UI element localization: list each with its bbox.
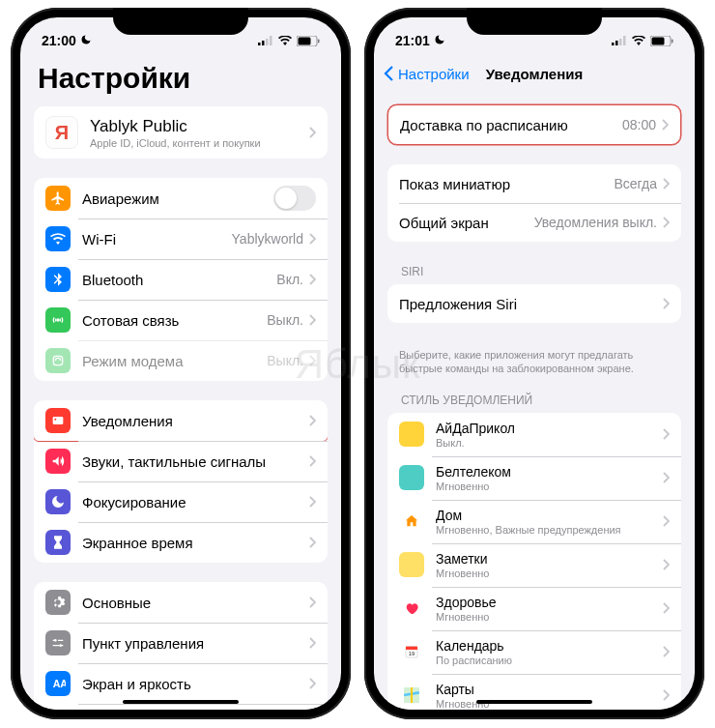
chevron-icon [663,689,670,701]
scheduled-delivery-group: Доставка по расписанию08:00 [387,104,681,145]
setting-row[interactable]: Авиарежим [34,178,328,218]
home-indicator[interactable] [123,700,239,704]
setting-row[interactable]: Уведомления [34,400,328,442]
app-notification-row[interactable]: ЗдоровьеМгновенно [387,587,681,630]
app-icon [399,596,424,621]
svg-point-7 [57,319,59,321]
back-button[interactable]: Настройки [384,65,470,82]
cell-label: Экран и яркость [82,676,309,692]
wifi-icon [278,36,292,45]
nav-bar: Настройки Уведомления [374,54,695,93]
setting-row[interactable]: Экранное время [34,522,328,563]
profile-subtitle: Apple ID, iCloud, контент и покупки [90,137,309,149]
screen-left: 21:00 Настройки Я Yablyk Public Apple ID… [20,17,341,710]
cell-label: Авиарежим [82,190,273,207]
setting-row[interactable]: AAЭкран и яркость [34,663,328,704]
app-label: Карты [436,682,663,697]
moon-icon [434,33,445,48]
chevron-icon [309,455,316,467]
status-time: 21:00 [42,33,76,48]
app-sublabel: Мгновенно, Важные предупреждения [436,524,663,536]
home-indicator[interactable] [476,700,592,704]
setting-row[interactable]: Звуки, тактильные сигналы [34,441,328,481]
notif-icon [45,408,71,433]
app-label: Белтелеком [436,464,663,480]
app-notification-row[interactable]: АйДаПриколВыкл. [387,413,681,456]
chevron-icon [663,515,670,527]
svg-rect-6 [318,39,320,43]
setting-row[interactable]: Показ миниатюрВсегда [387,164,681,203]
svg-rect-18 [612,43,615,45]
siri-suggestions-cell[interactable]: Предложения Siri [387,284,681,323]
app-icon [399,422,424,447]
general-group: ОсновныеПункт управленияAAЭкран и яркост… [34,582,328,710]
app-icon: 19 [399,639,424,664]
cell-label: Общий экран [399,215,534,231]
cell-value: Выкл. [267,312,303,328]
setting-row[interactable]: Общий экранУведомления выкл. [387,203,681,242]
control-icon [45,630,71,655]
status-time: 21:01 [395,33,430,48]
profile-name: Yablyk Public [90,117,309,136]
app-label: Дом [436,508,663,523]
notch [113,8,248,35]
phone-left: 21:00 Настройки Я Yablyk Public Apple ID… [11,8,351,719]
cell-label: Основные [82,595,309,611]
app-label: Здоровье [436,595,663,610]
app-notification-row[interactable]: КартыМгновенно [387,674,681,710]
back-label: Настройки [398,66,470,82]
setting-row[interactable]: Основные [34,582,328,623]
cell-value: Вкл. [276,272,303,287]
phone-right: 21:01 Настройки Уведомления Доставка по … [364,8,704,719]
chevron-icon [663,646,670,657]
cell-value: Yablykworld [232,231,303,247]
app-sublabel: Выкл. [436,437,663,449]
setting-row[interactable]: BluetoothВкл. [34,259,328,300]
moon-icon [80,33,92,48]
cell-label: Доставка по расписанию [400,117,622,133]
hotspot-icon [45,348,71,373]
gear-icon [45,590,71,615]
cell-label: Wi-Fi [82,231,232,248]
display-icon: AA [45,671,71,696]
app-notification-row[interactable]: 19КалендарьПо расписанию [387,630,681,674]
svg-rect-19 [615,41,618,45]
setting-row[interactable]: Доставка по расписанию08:00 [388,105,680,144]
setting-row[interactable]: Wi-FiYablykworld [34,218,328,259]
setting-row[interactable]: Пункт управления [34,623,328,663]
app-notification-row[interactable]: ЗаметкиМгновенно [387,543,681,587]
profile-cell[interactable]: Я Yablyk Public Apple ID, iCloud, контен… [34,106,328,159]
svg-rect-24 [672,39,673,43]
chevron-icon [309,314,316,326]
setting-row[interactable]: Сотовая связьВыкл. [34,300,328,340]
chevron-icon [663,472,670,483]
app-sublabel: Мгновенно [436,568,663,579]
focus-icon [45,489,71,514]
app-icon [399,552,424,577]
chevron-icon [663,217,670,228]
app-label: АйДаПрикол [436,421,663,436]
app-icon [399,465,424,490]
setting-row[interactable]: Режим модемаВыкл. [34,340,328,381]
display-options-group: Показ миниатюрВсегдаОбщий экранУведомлен… [387,164,681,242]
svg-rect-1 [262,41,265,45]
app-sublabel: Мгновенно [436,611,663,623]
setting-row[interactable]: Экран «Домой» [34,704,328,710]
chevron-icon [309,678,316,689]
setting-row[interactable]: Фокусирование [34,481,328,522]
cellular-icon [45,307,71,333]
chevron-icon [309,597,316,608]
svg-rect-26 [406,647,417,650]
app-icon [399,683,424,708]
airplane-toggle[interactable] [273,186,316,211]
app-notification-row[interactable]: БелтелекомМгновенно [387,456,681,500]
chevron-icon [309,537,316,548]
chevron-icon [309,355,316,366]
chevron-icon [663,428,670,440]
cell-value: Всегда [614,176,657,191]
chevron-icon [309,127,316,138]
app-label: Заметки [436,551,663,567]
app-notification-row[interactable]: ДомМгновенно, Важные предупреждения [387,500,681,543]
app-sublabel: Мгновенно [436,480,663,492]
cell-value: Уведомления выкл. [534,215,657,230]
